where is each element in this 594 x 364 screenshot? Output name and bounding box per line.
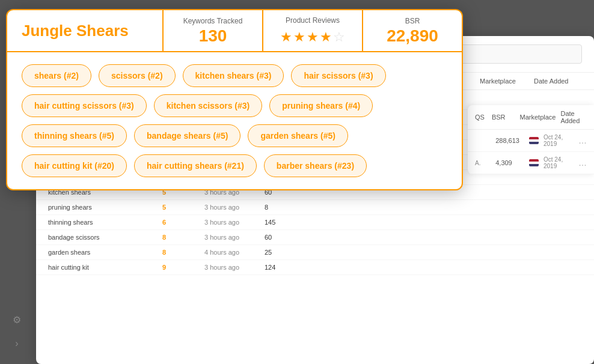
- unitsales-cell: 145: [265, 219, 408, 226]
- tags-container: shears (#2)scissors (#2)kitchen shears (…: [7, 52, 462, 189]
- product-title: Jungle Shears: [22, 22, 129, 40]
- star-4: ★: [320, 29, 332, 45]
- bsr-value-2: 4,309: [495, 159, 524, 166]
- star-2: ★: [293, 29, 305, 45]
- more-options-1[interactable]: …: [578, 136, 587, 145]
- tag-9: garden shears (#5): [248, 124, 348, 147]
- date-value-2: Oct 24, 2019: [543, 156, 574, 169]
- keyword-cell: thinning shears: [48, 219, 156, 226]
- lastchecked-cell: 4 hours ago: [204, 249, 259, 256]
- rank-cell: 8: [162, 234, 198, 241]
- bsr-value-1: 288,613: [495, 137, 524, 144]
- table-row: garden shears 8 4 hours ago 25: [36, 245, 594, 260]
- tag-4: hair cutting scissors (#3): [22, 94, 147, 117]
- reviews-stat-label: Product Reviews: [286, 16, 340, 25]
- keywords-stat-label: Keywords Tracked: [183, 17, 243, 25]
- chevron-icon: ›: [15, 338, 18, 349]
- tag-2: kitchen shears (#3): [183, 64, 284, 87]
- star-5: ☆: [333, 29, 345, 45]
- rank-cell: 6: [162, 219, 198, 226]
- table-row: thinning shears 6 3 hours ago 145: [36, 215, 594, 230]
- keyword-cell: garden shears: [48, 249, 156, 256]
- unitsales-cell: 124: [265, 264, 408, 271]
- keywords-stat-section: Keywords Tracked 130: [164, 10, 263, 51]
- right-panel-header: QS BSR Marketplace Date Added: [468, 105, 594, 130]
- tag-7: thinning shears (#5): [22, 124, 127, 147]
- keyword-cell: pruning shears: [48, 204, 156, 211]
- unitsales-cell: 8: [265, 204, 408, 211]
- marketplace-col-header: Marketplace: [520, 114, 556, 121]
- stars-container: ★ ★ ★ ★ ☆: [280, 29, 345, 45]
- col-marketplace-header: Marketplace: [480, 77, 528, 85]
- settings-icon[interactable]: ⚙: [8, 311, 25, 328]
- tag-0: shears (#2): [22, 64, 91, 87]
- table-row: pruning shears 5 3 hours ago 8: [36, 200, 594, 215]
- sidebar-icons: ⚙: [8, 311, 25, 328]
- lastchecked-cell: 3 hours ago: [204, 264, 259, 271]
- bsr-col-header: BSR: [492, 114, 506, 121]
- bsr-stat-value: 22,890: [387, 28, 438, 44]
- tag-8: bandage shears (#5): [134, 124, 240, 147]
- tag-1: scissors (#2): [99, 64, 176, 87]
- rank-cell: 8: [162, 249, 198, 256]
- main-card: Jungle Shears Keywords Tracked 130 Produ…: [6, 9, 463, 190]
- tag-5: kitchen scissors (#3): [154, 94, 263, 117]
- unitsales-cell: 60: [265, 234, 408, 241]
- keyword-cell: hair cutting kit: [48, 264, 156, 271]
- tag-10: hair cutting kit (#20): [22, 154, 127, 177]
- date-value-1: Oct 24, 2019: [543, 134, 574, 147]
- table-row: hair cutting kit 9 3 hours ago 124: [36, 260, 594, 275]
- right-panel-row-2: A. 4,309 Oct 24, 2019 …: [468, 152, 594, 174]
- flag-icon-1: [529, 137, 539, 144]
- tag-11: hair cutting shears (#21): [134, 154, 257, 177]
- keywords-stat-value: 130: [199, 28, 227, 44]
- tag-12: barber shears (#23): [264, 154, 367, 177]
- col-dateadded-header: Date Added: [534, 77, 582, 85]
- unitsales-cell: 25: [265, 249, 408, 256]
- product-title-section: Jungle Shears: [7, 10, 164, 51]
- table-row: bandage scissors 8 3 hours ago 60: [36, 230, 594, 245]
- chevron-right-button[interactable]: ›: [8, 335, 25, 352]
- tag-3: hair scissors (#3): [291, 64, 385, 87]
- rank-cell: 9: [162, 264, 198, 271]
- lastchecked-cell: 3 hours ago: [204, 219, 259, 226]
- star-1: ★: [280, 29, 292, 45]
- keyword-cell: bandage scissors: [48, 234, 156, 241]
- qs-col-header: QS: [475, 114, 485, 121]
- right-panel-row-1: 288,613 Oct 24, 2019 …: [468, 130, 594, 152]
- card-header: Jungle Shears Keywords Tracked 130 Produ…: [7, 10, 462, 52]
- page-wrapper: Keyword Rank Last Checked #1 Ranked Unit…: [0, 0, 594, 364]
- right-panel: QS BSR Marketplace Date Added 288,613 Oc…: [468, 105, 594, 174]
- date-col-header: Date Added: [560, 110, 587, 124]
- lastchecked-cell: 3 hours ago: [204, 204, 259, 211]
- bsr-stat-section: BSR 22,890: [363, 10, 462, 51]
- flag-icon-2: [529, 159, 539, 166]
- more-options-2[interactable]: …: [578, 158, 587, 168]
- reviews-stat-section: Product Reviews ★ ★ ★ ★ ☆: [263, 10, 363, 51]
- tag-6: pruning shears (#4): [269, 94, 373, 117]
- rank-cell: 5: [162, 204, 198, 211]
- lastchecked-cell: 3 hours ago: [204, 234, 259, 241]
- bsr-stat-label: BSR: [405, 17, 420, 25]
- star-3: ★: [307, 29, 319, 45]
